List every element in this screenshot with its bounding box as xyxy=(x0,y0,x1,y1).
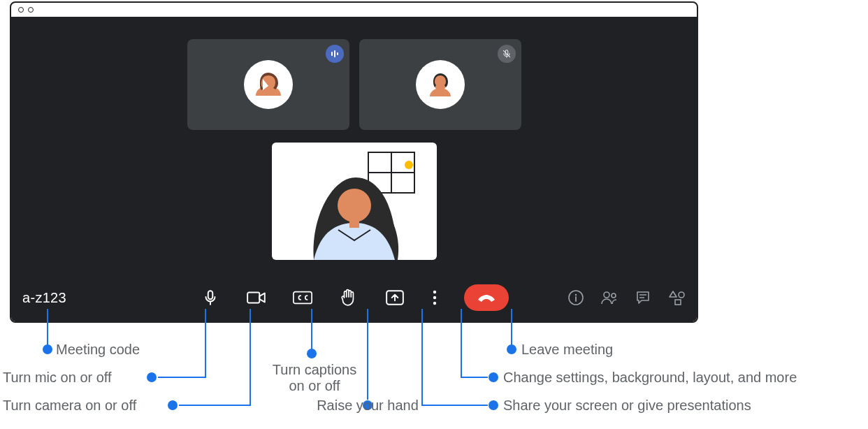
annotation-leave: Leave meeting xyxy=(521,342,613,358)
annotation-meeting-code: Meeting code xyxy=(56,342,140,358)
annotation-captions: Turn captions on or off xyxy=(266,362,363,394)
annotation-mic: Turn mic on or off xyxy=(3,370,112,386)
annotation-present: Share your screen or give presentations xyxy=(503,398,751,414)
svg-point-34 xyxy=(507,344,516,354)
annotation-more: Change settings, background, layout, and… xyxy=(503,370,797,386)
annotation-camera: Turn camera on or off xyxy=(3,398,136,414)
annotation-raise-hand: Raise your hand xyxy=(291,398,444,414)
